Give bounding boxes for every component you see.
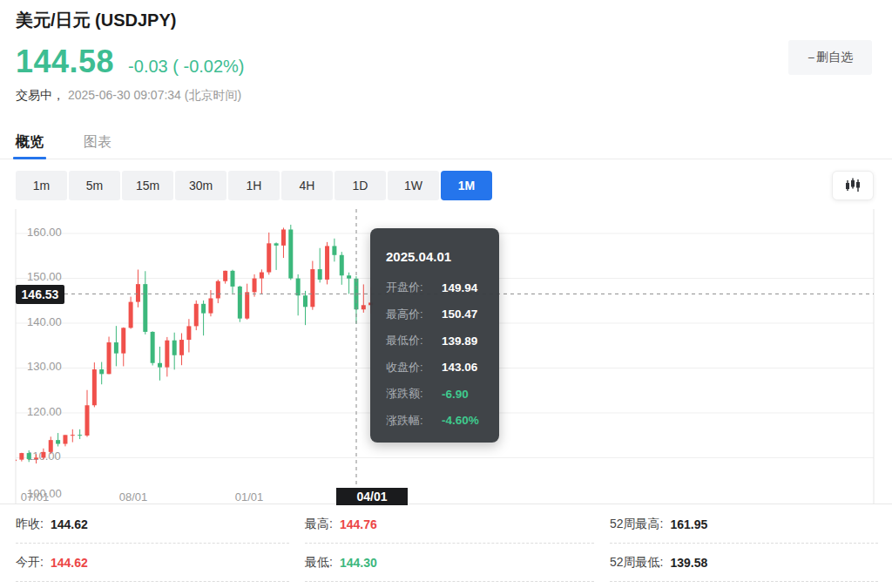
stat-cell: 今开:144.62 xyxy=(16,544,289,582)
candle-2021-05[interactable] xyxy=(12,460,17,461)
stat-value: 144.62 xyxy=(51,517,88,531)
candle-2021-10[interactable] xyxy=(49,440,53,452)
trading-status: 交易中， 2025-06-30 09:07:34 (北京时间) xyxy=(16,88,241,104)
candle-2022-01[interactable] xyxy=(71,435,75,436)
candle-2021-08[interactable] xyxy=(34,457,38,459)
candle-2023-10[interactable] xyxy=(223,271,227,281)
tab-overview[interactable]: 概览 xyxy=(13,127,46,159)
period-button-30m[interactable]: 30m xyxy=(175,171,226,200)
chart-type-button[interactable] xyxy=(832,171,874,200)
page-title: 美元/日元 (USDJPY) xyxy=(16,9,176,32)
stat-value: 161.95 xyxy=(670,517,707,531)
candle-2024-10[interactable] xyxy=(310,269,314,307)
candle-2022-12[interactable] xyxy=(151,332,155,363)
remove-favorite-button[interactable]: −删自选 xyxy=(788,40,872,75)
tooltip-row: 最低价:139.89 xyxy=(386,333,485,348)
x-axis-label: 08/01 xyxy=(119,490,148,504)
period-button-1w[interactable]: 1W xyxy=(388,171,439,200)
candle-2024-03[interactable] xyxy=(260,273,264,279)
candle-2023-02[interactable] xyxy=(165,341,169,368)
quote-timestamp: 2025-06-30 09:07:34 (北京时间) xyxy=(68,88,241,102)
tooltip-row-label: 最高价: xyxy=(386,307,442,322)
candle-2023-11[interactable] xyxy=(231,271,235,287)
tooltip-row-value: -6.90 xyxy=(442,388,469,401)
stat-label: 最低: xyxy=(305,555,333,571)
candle-2021-06[interactable] xyxy=(19,453,24,460)
stat-cell: 52周最低:139.58 xyxy=(610,544,878,582)
candle-2025-01[interactable] xyxy=(332,246,336,254)
stat-value: 144.30 xyxy=(340,556,377,570)
period-button-1m[interactable]: 1m xyxy=(16,171,67,200)
candle-2023-08[interactable] xyxy=(208,298,213,313)
stat-cell: 52周最高:161.95 xyxy=(610,505,878,544)
candle-2022-02[interactable] xyxy=(78,435,82,436)
y-axis-label: 140.00 xyxy=(27,315,62,328)
candle-2024-11[interactable] xyxy=(318,269,322,280)
minus-icon: − xyxy=(808,51,814,64)
period-button-1d[interactable]: 1D xyxy=(334,171,386,200)
candle-2022-10[interactable] xyxy=(136,284,140,301)
stat-label: 52周最高: xyxy=(610,517,663,532)
candle-2021-09[interactable] xyxy=(41,452,45,458)
candle-2024-09[interactable] xyxy=(303,295,307,307)
candle-2024-04[interactable] xyxy=(267,243,271,272)
candle-2021-07[interactable] xyxy=(27,453,31,459)
tooltip-row-label: 开盘价: xyxy=(386,280,442,295)
candle-2024-05[interactable] xyxy=(274,243,279,246)
candle-2023-05[interactable] xyxy=(186,326,191,340)
candle-2022-05[interactable] xyxy=(99,369,104,374)
crosshair-price-text: 146.53 xyxy=(22,287,59,301)
period-button-1h[interactable]: 1H xyxy=(228,171,280,200)
candle-2021-12[interactable] xyxy=(63,435,67,443)
candle-2022-08[interactable] xyxy=(121,328,125,353)
y-axis-label: 150.00 xyxy=(27,270,62,283)
candlestick-chart[interactable]: 160.00150.00140.00130.00120.00110.00100.… xyxy=(0,209,892,505)
candle-2023-12[interactable] xyxy=(238,287,242,319)
candle-2024-12[interactable] xyxy=(325,246,329,280)
tooltip-row-value: -4.60% xyxy=(442,414,479,427)
x-axis-label: 07/01 xyxy=(21,490,50,504)
candle-2025-03[interactable] xyxy=(347,275,351,278)
stat-label: 昨收: xyxy=(16,517,44,532)
candle-2024-01[interactable] xyxy=(245,292,249,318)
candle-2022-09[interactable] xyxy=(129,302,133,328)
period-button-1m[interactable]: 1M xyxy=(441,171,492,200)
candles-group xyxy=(12,225,373,464)
candle-2023-01[interactable] xyxy=(158,363,162,368)
candle-2024-02[interactable] xyxy=(253,279,257,293)
candle-2023-06[interactable] xyxy=(194,304,199,327)
candle-2023-03[interactable] xyxy=(172,341,177,355)
candle-2022-11[interactable] xyxy=(143,284,147,332)
stat-cell: 最高:144.76 xyxy=(305,505,594,544)
tooltip-row-label: 收盘价: xyxy=(386,360,442,375)
candle-2022-07[interactable] xyxy=(114,342,118,354)
trading-status-label: 交易中， xyxy=(16,88,64,102)
candle-2024-08[interactable] xyxy=(296,279,301,296)
tooltip-row: 最高价:150.47 xyxy=(386,307,485,322)
candle-2023-07[interactable] xyxy=(201,304,206,314)
candle-2025-05[interactable] xyxy=(362,305,366,309)
candle-2025-02[interactable] xyxy=(340,255,344,275)
tooltip-row: 涨跌额:-6.90 xyxy=(386,386,485,402)
period-button-4h[interactable]: 4H xyxy=(281,171,333,200)
candle-2021-11[interactable] xyxy=(56,440,60,443)
crosshair-date-text: 04/01 xyxy=(356,490,387,504)
stat-value: 139.58 xyxy=(670,556,707,570)
candle-2022-03[interactable] xyxy=(85,405,90,436)
quote-stats: 昨收:144.62最高:144.7652周最高:161.95今开:144.62最… xyxy=(0,505,892,582)
y-axis-label: 130.00 xyxy=(27,360,62,373)
candle-2022-04[interactable] xyxy=(92,369,97,405)
stat-label: 今开: xyxy=(16,555,44,571)
period-button-5m[interactable]: 5m xyxy=(69,171,120,200)
candle-2023-04[interactable] xyxy=(179,340,184,355)
x-axis-label: 01/01 xyxy=(235,490,264,504)
candle-2024-07[interactable] xyxy=(288,229,293,278)
remove-favorite-label: 删自选 xyxy=(816,50,853,65)
candle-2022-06[interactable] xyxy=(107,342,112,374)
tooltip-date: 2025.04.01 xyxy=(386,249,485,264)
candle-2023-09[interactable] xyxy=(216,281,220,299)
tab-chart[interactable]: 图表 xyxy=(81,127,114,159)
stat-cell: 最低:144.30 xyxy=(305,544,594,582)
candle-2024-06[interactable] xyxy=(281,229,286,245)
period-button-15m[interactable]: 15m xyxy=(122,171,173,200)
